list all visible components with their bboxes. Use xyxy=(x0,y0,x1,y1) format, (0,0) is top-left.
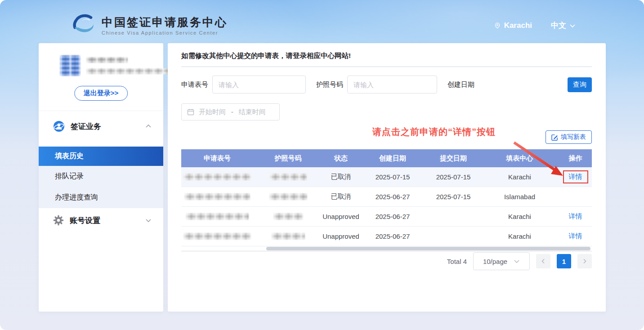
sidebar-item-form-history[interactable]: 填表历史 xyxy=(39,147,163,166)
passport-no-redacted xyxy=(269,193,307,200)
language-selector[interactable]: 中文 xyxy=(551,20,576,31)
scrollbar-thumb[interactable] xyxy=(266,247,590,250)
chevron-left-icon xyxy=(541,259,546,264)
sidebar: 退出登录>> 签证业务 填表历史 排队记录 办理进度查询 xyxy=(39,43,163,312)
center-cell: Karachi xyxy=(480,207,559,226)
user-name-redacted xyxy=(86,57,128,63)
table-row: 已取消 2025-07-15 2025-07-15 Karachi 详情 xyxy=(181,167,592,187)
table-row: Unapproved 2025-06-27 Karachi 详情 xyxy=(181,207,592,227)
new-form-button[interactable]: 填写新表 xyxy=(546,130,592,144)
chevron-down-icon xyxy=(569,22,576,29)
detail-link[interactable]: 详情 xyxy=(569,212,582,221)
sidebar-section-visa-label: 签证业务 xyxy=(71,121,145,132)
passport-no-input[interactable] xyxy=(347,76,437,94)
location-selector[interactable]: Karachi xyxy=(494,21,532,30)
chevron-down-icon xyxy=(145,217,152,223)
status-cell: Unapproved xyxy=(323,227,359,246)
map-pin-icon xyxy=(494,22,501,29)
new-form-button-label: 填写新表 xyxy=(561,133,586,141)
created-date-label: 创建日期 xyxy=(447,80,474,89)
date-separator: - xyxy=(231,108,233,116)
search-form: 申请表号 护照号码 创建日期 查询 xyxy=(181,76,592,94)
form-no-redacted xyxy=(186,213,249,220)
site-logo: 中国签证申请服务中心 Chinese Visa Application Serv… xyxy=(72,14,228,36)
table-header-row: 申请表号 护照号码 状态 创建日期 提交日期 填表中心 操作 xyxy=(181,149,592,167)
status-cell: Unapproved xyxy=(323,207,359,226)
horizontal-scrollbar xyxy=(181,246,592,251)
sidebar-menu: 签证业务 填表历史 排队记录 办理进度查询 xyxy=(39,114,163,232)
created-date-cell: 2025-06-27 xyxy=(359,207,426,226)
passport-no-redacted xyxy=(272,233,305,240)
form-no-redacted xyxy=(183,233,251,240)
notice-text: 如需修改其他中心提交的申请表，请登录相应中心网站! xyxy=(181,51,592,67)
date-range-picker[interactable]: 开始时间 - 结束时间 xyxy=(181,103,280,120)
detail-link[interactable]: 详情 xyxy=(569,173,582,181)
form-no-redacted xyxy=(184,193,250,200)
chevron-up-icon xyxy=(145,123,152,129)
submitted-date-cell: 2025-07-15 xyxy=(426,167,480,187)
detail-highlight-box: 详情 xyxy=(563,170,588,183)
page-size-select[interactable]: 10/page xyxy=(473,252,530,270)
logout-button[interactable]: 退出登录>> xyxy=(74,86,128,101)
search-button[interactable]: 查询 xyxy=(568,77,592,92)
submitted-date-cell: 2025-07-15 xyxy=(426,187,480,206)
created-date-cell: 2025-07-15 xyxy=(359,167,426,187)
center-cell: Karachi xyxy=(480,227,559,246)
next-page-button[interactable] xyxy=(577,254,592,268)
sidebar-section-visa[interactable]: 签证业务 xyxy=(39,114,163,138)
passport-no-label: 护照号码 xyxy=(316,80,343,89)
header-passport-no: 护照号码 xyxy=(253,149,323,167)
language-label: 中文 xyxy=(551,20,566,31)
sidebar-item-progress-query[interactable]: 办理进度查询 xyxy=(39,187,163,208)
visa-center-page: 中国签证申请服务中心 Chinese Visa Application Serv… xyxy=(0,0,644,330)
sidebar-section-account-label: 账号设置 xyxy=(70,215,145,226)
submitted-date-cell xyxy=(426,207,480,226)
pagination: Total 4 10/page 1 xyxy=(447,252,592,270)
header-center: 填表中心 xyxy=(480,149,559,167)
header-submitted-date: 提交日期 xyxy=(426,149,480,167)
annotation-text: 请点击之前申请的“详情”按钮 xyxy=(372,126,496,138)
status-cell: 已取消 xyxy=(323,167,359,187)
created-date-cell: 2025-06-27 xyxy=(359,187,426,206)
date-end-placeholder: 结束时间 xyxy=(239,108,266,116)
sidebar-divider xyxy=(39,111,163,111)
avatar xyxy=(60,55,80,76)
prev-page-button[interactable] xyxy=(536,254,550,268)
center-cell: Islamabad xyxy=(480,187,559,206)
table-row: Unapproved 2025-06-27 Karachi 详情 xyxy=(181,227,592,246)
detail-link[interactable]: 详情 xyxy=(569,232,582,241)
site-subtitle: Chinese Visa Application Service Center xyxy=(102,30,228,36)
header-status: 状态 xyxy=(323,149,359,167)
form-no-input[interactable] xyxy=(212,76,306,94)
form-no-redacted xyxy=(183,174,251,180)
topbar-right: Karachi 中文 xyxy=(494,20,576,31)
submitted-date-cell xyxy=(426,227,480,246)
pagination-total: Total 4 xyxy=(447,258,467,265)
date-start-placeholder: 开始时间 xyxy=(199,108,226,116)
passport-no-redacted xyxy=(270,174,307,180)
page-size-value: 10/page xyxy=(483,258,507,265)
header-form-no: 申请表号 xyxy=(181,149,253,167)
globe-person-icon xyxy=(53,120,65,132)
center-cell: Karachi xyxy=(480,167,559,187)
main-panel: 如需修改其他中心提交的申请表，请登录相应中心网站! 申请表号 护照号码 创建日期… xyxy=(168,43,606,312)
page-1-button[interactable]: 1 xyxy=(557,254,571,268)
table-row: 已取消 2025-06-27 2025-07-15 Islamabad xyxy=(181,187,592,207)
status-cell: 已取消 xyxy=(323,187,359,206)
header-actions: 操作 xyxy=(559,149,592,167)
calendar-icon xyxy=(187,108,194,116)
sidebar-section-account[interactable]: 账号设置 xyxy=(39,208,163,232)
sidebar-item-queue-records[interactable]: 排队记录 xyxy=(39,166,163,187)
edit-pencil-icon xyxy=(551,134,558,141)
chevron-down-icon xyxy=(514,258,520,264)
gear-icon xyxy=(53,215,64,226)
site-title: 中国签证申请服务中心 xyxy=(102,15,228,29)
created-date-cell: 2025-06-27 xyxy=(359,227,426,246)
visa-center-swoosh-icon xyxy=(72,14,96,36)
passport-no-redacted xyxy=(273,213,303,220)
header-created-date: 创建日期 xyxy=(359,149,426,167)
user-email-redacted xyxy=(86,68,173,74)
user-card: 退出登录>> xyxy=(39,43,163,111)
applications-table: 申请表号 护照号码 状态 创建日期 提交日期 填表中心 操作 已取消 2025-… xyxy=(181,149,592,251)
location-label: Karachi xyxy=(504,21,532,30)
